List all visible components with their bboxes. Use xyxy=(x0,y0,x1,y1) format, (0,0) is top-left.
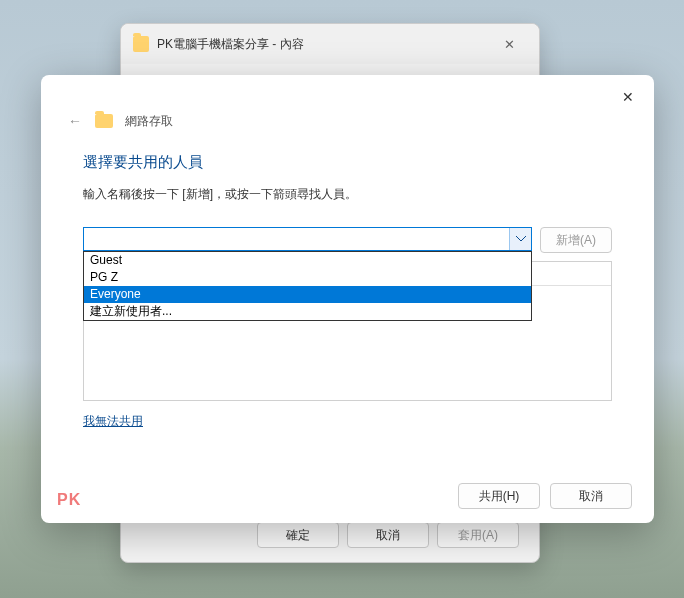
share-footer: 共用(H) 取消 xyxy=(458,483,632,509)
share-header: ← 網路存取 xyxy=(41,75,654,131)
page-description: 輸入名稱後按一下 [新增]，或按一下箭頭尋找人員。 xyxy=(41,172,654,203)
dropdown-item-pgz[interactable]: PG Z xyxy=(84,269,531,286)
dropdown-item-guest[interactable]: Guest xyxy=(84,252,531,269)
breadcrumb: 網路存取 xyxy=(125,113,173,130)
add-person-row: Guest PG Z Everyone 建立新使用者... 新增(A) xyxy=(41,203,654,253)
person-combo: Guest PG Z Everyone 建立新使用者... xyxy=(83,227,532,253)
dropdown-item-everyone[interactable]: Everyone xyxy=(84,286,531,303)
properties-title: PK電腦手機檔案分享 - 內容 xyxy=(157,36,491,53)
cancel-button[interactable]: 取消 xyxy=(550,483,632,509)
close-icon[interactable]: ✕ xyxy=(616,85,640,109)
folder-icon xyxy=(95,114,113,128)
cancel-button[interactable]: 取消 xyxy=(347,522,429,548)
back-arrow-icon[interactable]: ← xyxy=(65,111,85,131)
properties-footer: 確定 取消 套用(A) xyxy=(121,522,539,548)
chevron-down-icon[interactable] xyxy=(509,228,531,250)
close-icon[interactable]: ✕ xyxy=(491,30,527,58)
person-dropdown: Guest PG Z Everyone 建立新使用者... xyxy=(83,251,532,321)
page-title: 選擇要共用的人員 xyxy=(41,131,654,172)
network-access-window: ✕ ← 網路存取 選擇要共用的人員 輸入名稱後按一下 [新增]，或按一下箭頭尋找… xyxy=(41,75,654,523)
dropdown-item-new-user[interactable]: 建立新使用者... xyxy=(84,303,531,320)
share-button[interactable]: 共用(H) xyxy=(458,483,540,509)
watermark: PK xyxy=(57,491,81,509)
properties-titlebar: PK電腦手機檔案分享 - 內容 ✕ xyxy=(121,24,539,64)
folder-icon xyxy=(133,36,149,52)
person-input[interactable] xyxy=(83,227,532,251)
ok-button[interactable]: 確定 xyxy=(257,522,339,548)
add-button[interactable]: 新增(A) xyxy=(540,227,612,253)
apply-button[interactable]: 套用(A) xyxy=(437,522,519,548)
help-link[interactable]: 我無法共用 xyxy=(83,413,143,430)
